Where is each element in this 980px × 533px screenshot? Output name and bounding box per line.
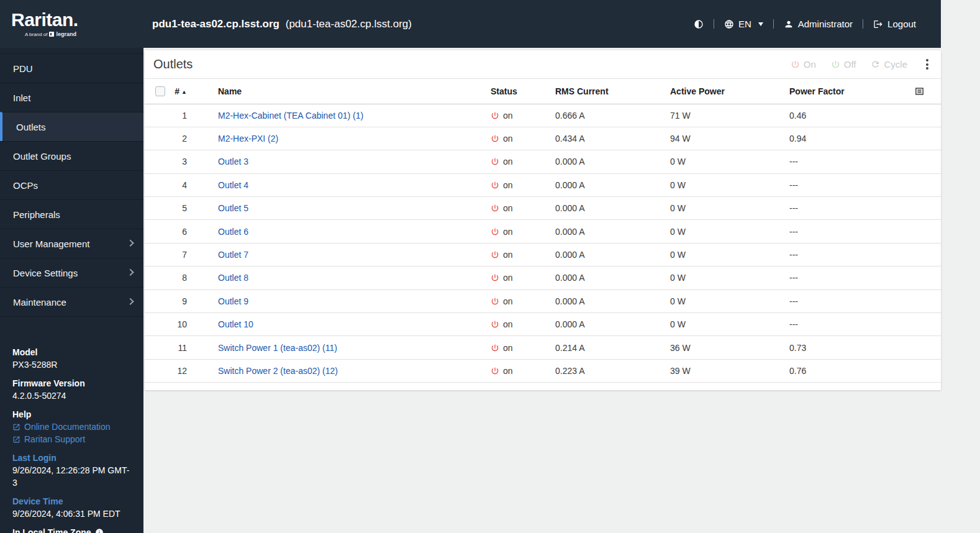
logout-button[interactable]: Logout [873, 19, 916, 29]
info-label-help: Help [12, 408, 131, 421]
outlet-number: 3 [173, 150, 218, 173]
sidebar-item-outlet-groups[interactable]: Outlet Groups [0, 141, 143, 170]
info-link-online-documentation[interactable]: Online Documentation [12, 421, 131, 433]
kebab-menu-button[interactable] [922, 57, 932, 72]
outlet-row-8: 8Outlet 8on0.000 A0 W--- [145, 266, 941, 289]
sidebar-item-pdu[interactable]: PDU [0, 53, 143, 83]
chevron-right-icon [127, 298, 134, 305]
outlet-status: on [491, 336, 555, 359]
outlet-status-text: on [503, 203, 513, 213]
outlet-power-factor: 0.73 [789, 336, 941, 359]
outlet-status: on [491, 150, 555, 173]
row-checkbox-cell [145, 289, 173, 312]
outlet-name-link[interactable]: Outlet 9 [218, 296, 248, 306]
sidebar-item-maintenance[interactable]: Maintenance [0, 287, 143, 316]
column-header-number[interactable]: #▲ [173, 79, 218, 104]
power-status-icon [491, 320, 499, 329]
row-checkbox-cell [145, 220, 173, 243]
user-menu[interactable]: Administrator [784, 19, 853, 29]
username: Administrator [798, 19, 853, 29]
row-checkbox-cell [145, 104, 173, 127]
outlets-table-body: 1M2-Hex-Cabinet (TEA Cabinet 01) (1)on0.… [145, 104, 941, 383]
sidebar-item-inlet[interactable]: Inlet [0, 83, 143, 112]
column-header-name[interactable]: Name [218, 79, 491, 104]
header-divider [714, 19, 714, 29]
contrast-toggle-icon[interactable] [694, 19, 704, 29]
outlet-status-text: on [503, 227, 513, 237]
outlet-number: 12 [173, 359, 218, 382]
power-status-icon [491, 204, 499, 212]
outlet-status: on [491, 127, 555, 150]
column-settings-icon[interactable] [914, 86, 925, 96]
power-cycle-button[interactable]: Cycle [871, 59, 907, 70]
outlet-name-link[interactable]: M2-Hex-PXI (2) [218, 134, 278, 144]
column-label-power-factor: Power Factor [789, 86, 845, 96]
outlet-row-1: 1M2-Hex-Cabinet (TEA Cabinet 01) (1)on0.… [145, 104, 941, 127]
outlet-number: 11 [173, 336, 218, 359]
power-on-button[interactable]: On [791, 59, 816, 70]
info-group-device-time: Device Time9/26/2024, 4:06:31 PM EDT [12, 495, 131, 520]
row-checkbox-cell [145, 336, 173, 359]
column-header-status[interactable]: Status [491, 79, 555, 104]
outlet-name-link[interactable]: Outlet 3 [218, 157, 248, 166]
outlet-row-2: 2M2-Hex-PXI (2)on0.434 A94 W0.94 [145, 127, 941, 150]
sidebar-menu: PDUInletOutletsOutlet GroupsOCPsPeripher… [0, 53, 143, 317]
outlet-name-link[interactable]: Outlet 4 [218, 180, 248, 190]
row-checkbox-cell [145, 150, 173, 173]
power-status-icon [491, 134, 499, 143]
row-checkbox-cell [145, 173, 173, 196]
sidebar-item-device-settings[interactable]: Device Settings [0, 258, 143, 287]
power-cycle-label: Cycle [884, 59, 907, 70]
outlet-name-link[interactable]: Outlet 10 [218, 319, 253, 329]
sidebar-item-label: PDU [13, 63, 33, 74]
info-group-firmware-version: Firmware Version4.2.0.5-50274 [12, 377, 131, 402]
outlet-status: on [491, 197, 555, 220]
outlet-name-cell: Outlet 6 [218, 220, 491, 243]
sidebar-info: ModelPX3-5288RFirmware Version4.2.0.5-50… [0, 346, 143, 533]
outlet-rms-current: 0.000 A [555, 313, 670, 336]
row-checkbox-cell [145, 197, 173, 220]
outlet-power-factor: 0.94 [789, 127, 941, 150]
outlet-rms-current: 0.000 A [555, 266, 670, 289]
outlet-name-cell: Switch Power 1 (tea-as02) (11) [218, 336, 491, 359]
outlet-status: on [491, 313, 555, 336]
outlet-name-link[interactable]: Outlet 8 [218, 273, 248, 283]
info-label-last-login[interactable]: Last Login [12, 452, 131, 464]
outlet-status: on [491, 266, 555, 289]
power-status-icon [491, 181, 499, 189]
outlet-name-link[interactable]: Outlet 7 [218, 250, 248, 260]
column-header-power-factor[interactable]: Power Factor [789, 79, 941, 104]
app-header: Raritan. A brand of legrand pdu1-tea-as0… [0, 0, 941, 48]
outlet-name-cell: Switch Power 2 (tea-as02) (12) [218, 359, 491, 382]
outlet-name-link[interactable]: Outlet 5 [218, 203, 248, 213]
outlet-number: 6 [173, 220, 218, 243]
outlet-name-link[interactable]: Outlet 6 [218, 227, 248, 237]
power-off-button[interactable]: Off [831, 59, 856, 70]
column-header-rms-current[interactable]: RMS Current [555, 79, 670, 104]
outlets-table-head: #▲ Name Status RMS Current Active Power … [145, 79, 941, 104]
device-hostname: pdu1-tea-as02.cp.lsst.org [152, 18, 279, 30]
sidebar-item-peripherals[interactable]: Peripherals [0, 199, 143, 229]
power-status-icon [491, 367, 499, 375]
sidebar-item-outlets[interactable]: Outlets [0, 112, 143, 141]
outlet-name-link[interactable]: Switch Power 2 (tea-as02) (12) [218, 366, 338, 376]
outlet-name-link[interactable]: M2-Hex-Cabinet (TEA Cabinet 01) (1) [218, 111, 363, 121]
info-value: 9/26/2024, 12:26:28 PM GMT-3 [12, 464, 131, 489]
language-selector[interactable]: EN [724, 19, 763, 29]
outlet-power-factor: --- [789, 173, 941, 196]
info-label-firmware-version: Firmware Version [12, 377, 131, 390]
sidebar-item-user-management[interactable]: User Management [0, 229, 143, 258]
outlet-rms-current: 0.000 A [555, 220, 670, 243]
tagline-text: A brand of [25, 32, 47, 37]
outlet-status: on [491, 173, 555, 196]
row-checkbox-cell [145, 359, 173, 382]
outlet-name-link[interactable]: Switch Power 1 (tea-as02) (11) [218, 343, 337, 353]
info-label-device-time[interactable]: Device Time [12, 495, 131, 508]
outlets-panel: Outlets On Off Cycle [145, 50, 941, 390]
select-all-checkbox[interactable] [155, 86, 165, 96]
outlet-rms-current: 0.666 A [555, 104, 670, 127]
info-link-raritan-support[interactable]: Raritan Support [12, 433, 131, 445]
sidebar-item-ocps[interactable]: OCPs [0, 170, 143, 199]
column-header-active-power[interactable]: Active Power [670, 79, 789, 104]
sidebar-item-label: Outlets [16, 122, 46, 132]
